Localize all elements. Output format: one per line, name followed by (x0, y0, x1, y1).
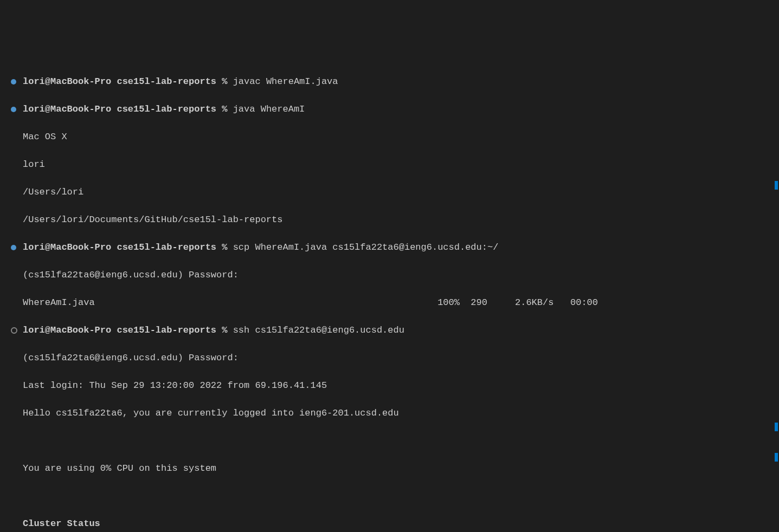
last-login-line: Last login: Thu Sep 29 13:20:00 2022 fro… (0, 379, 779, 393)
scp-file: WhereAmI.java (23, 297, 95, 308)
blank-line (0, 434, 779, 448)
terminal-line: lori@MacBook-Pro cse15l-lab-reports % ss… (0, 323, 779, 338)
shell-prompt: lori@MacBook-Pro cse15l-lab-reports % (23, 242, 227, 252)
prompt-marker-icon (11, 79, 16, 85)
shell-prompt: lori@MacBook-Pro cse15l-lab-reports % (23, 104, 227, 114)
command-text: javac WhereAmI.java (233, 76, 338, 87)
cluster-status-title: Cluster Status (0, 517, 779, 531)
shell-prompt: lori@MacBook-Pro cse15l-lab-reports % (23, 76, 227, 87)
overview-ruler (775, 55, 778, 532)
blank-line (0, 489, 779, 503)
password-prompt: (cs15lfa22ta6@ieng6.ucsd.edu) Password: (0, 268, 779, 282)
hello-line: Hello cs15lfa22ta6, you are currently lo… (0, 406, 779, 420)
scp-time: 00:00 (570, 297, 598, 308)
shell-prompt: lori@MacBook-Pro cse15l-lab-reports % (23, 325, 227, 335)
cpu-usage-line: You are using 0% CPU on this system (0, 462, 779, 476)
scroll-mark-icon (775, 423, 778, 431)
scp-percent: 100% (437, 297, 460, 308)
terminal-line: lori@MacBook-Pro cse15l-lab-reports % sc… (0, 241, 779, 255)
command-text: scp WhereAmI.java cs15lfa22ta6@ieng6.ucs… (233, 242, 499, 252)
password-prompt: (cs15lfa22ta6@ieng6.ucsd.edu) Password: (0, 351, 779, 365)
prompt-marker-icon (11, 327, 17, 334)
scp-progress-line: WhereAmI.java 100% 290 2.6KB/s 00:00 (0, 296, 779, 310)
terminal-line: lori@MacBook-Pro cse15l-lab-reports % ja… (0, 75, 779, 89)
scroll-mark-icon (775, 453, 778, 462)
output-line: lori (0, 158, 779, 172)
command-text: java WhereAmI (233, 104, 305, 114)
command-text: ssh cs15lfa22ta6@ieng6.ucsd.edu (233, 325, 404, 335)
terminal-line: lori@MacBook-Pro cse15l-lab-reports % ja… (0, 102, 779, 116)
output-line: /Users/lori (0, 185, 779, 199)
terminal-panel[interactable]: lori@MacBook-Pro cse15l-lab-reports % ja… (0, 55, 779, 532)
scp-rate: 2.6KB/s (515, 297, 553, 308)
prompt-marker-icon (11, 107, 16, 112)
scp-size: 290 (471, 297, 487, 308)
scroll-mark-icon (775, 181, 778, 190)
prompt-marker-icon (11, 245, 16, 250)
output-line: /Users/lori/Documents/GitHub/cse15l-lab-… (0, 213, 779, 227)
output-line: Mac OS X (0, 130, 779, 144)
